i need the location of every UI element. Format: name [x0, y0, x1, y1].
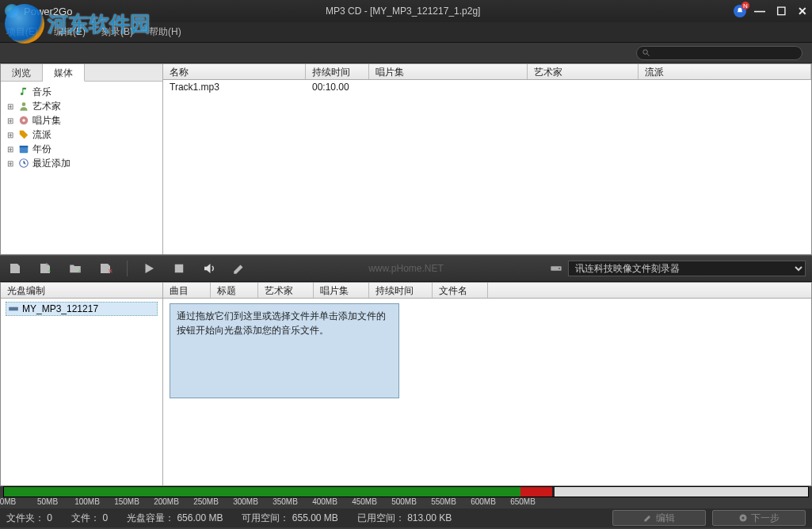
middle-toolbar: + + ✕ www.pHome.NET 讯连科技映像文件刻录器 — [0, 255, 812, 282]
disc-sidebar: 光盘编制 MY_MP3_121217 — [1, 283, 163, 485]
disc-icon — [18, 115, 29, 126]
scale-tick: 400MB — [312, 497, 337, 506]
remove-button[interactable]: ✕ — [97, 260, 114, 277]
drive-icon — [549, 261, 563, 276]
search-box[interactable] — [636, 46, 802, 60]
svg-text:+: + — [48, 268, 51, 275]
tree-year[interactable]: ⊞ 年份 — [6, 142, 158, 156]
folders-value: 0 — [47, 512, 52, 523]
tree-music[interactable]: 音乐 — [6, 85, 158, 99]
edit-button[interactable]: 编辑 — [612, 510, 706, 526]
col-genre[interactable]: 流派 — [639, 64, 811, 79]
menu-burn[interactable]: 刻录(B) — [101, 25, 133, 39]
svg-point-0 — [643, 50, 648, 55]
comp-col-artist[interactable]: 艺术家 — [258, 283, 314, 298]
files-label: 文件： — [71, 512, 100, 523]
tree-album-label: 唱片集 — [32, 114, 61, 127]
svg-text:✕: ✕ — [108, 268, 112, 275]
svg-line-1 — [647, 54, 650, 56]
used-value: 813.00 KB — [407, 512, 452, 523]
free-value: 655.00 MB — [292, 512, 338, 523]
menu-help[interactable]: 帮助(H) — [149, 25, 181, 39]
col-artist[interactable]: 艺术家 — [528, 64, 639, 79]
track-name: Track1.mp3 — [163, 82, 306, 93]
minimize-button[interactable]: — — [754, 5, 765, 17]
lower-pane: 光盘编制 MY_MP3_121217 曲目 标题 艺术家 唱片集 持续时间 文件… — [0, 282, 812, 486]
scale-tick: 550MB — [431, 497, 456, 506]
tree-artist-label: 艺术家 — [32, 100, 61, 113]
menu-edit[interactable]: 编辑(E) — [54, 25, 86, 39]
volume-button[interactable] — [200, 260, 218, 277]
capacity-scale: 0MB50MB100MB150MB200MB250MB300MB350MB400… — [0, 497, 812, 508]
music-note-icon — [18, 86, 29, 97]
drop-hint-box: 通过拖放它们到这里或选择文件并单击添加文件的按钮开始向光盘添加您的音乐文件。 — [170, 303, 399, 398]
svg-rect-14 — [9, 307, 18, 311]
maximize-button[interactable]: ☐ — [776, 5, 787, 17]
comp-col-filename[interactable]: 文件名 — [433, 283, 488, 298]
folders-label: 文件夹： — [6, 512, 44, 523]
comp-col-title[interactable]: 标题 — [211, 283, 258, 298]
search-input[interactable] — [654, 48, 797, 58]
tree-music-label: 音乐 — [32, 86, 51, 99]
comp-col-duration[interactable]: 持续时间 — [369, 283, 433, 298]
compilation-body[interactable]: 通过拖放它们到这里或选择文件并单击添加文件的按钮开始向光盘添加您的音乐文件。 — [163, 299, 811, 485]
used-label: 已用空间： — [357, 512, 405, 523]
tree-recent-label: 最近添加 — [32, 157, 71, 170]
scale-tick: 100MB — [74, 497, 100, 506]
svg-point-16 — [742, 517, 745, 519]
tree-album[interactable]: ⊞ 唱片集 — [6, 113, 158, 127]
stop-button[interactable] — [170, 260, 188, 277]
disc-project-item[interactable]: MY_MP3_121217 — [6, 302, 158, 316]
clock-icon — [18, 158, 29, 169]
col-name[interactable]: 名称 — [163, 64, 306, 79]
scale-tick: 350MB — [273, 497, 298, 506]
track-row[interactable]: Track1.mp3 00:10.00 — [163, 80, 811, 94]
play-button[interactable] — [140, 260, 158, 277]
comp-col-album[interactable]: 唱片集 — [314, 283, 369, 298]
menu-project[interactable]: 项目(E) — [6, 25, 38, 39]
app-name: Power2Go — [24, 6, 72, 17]
disc-project-label: MY_MP3_121217 — [22, 303, 98, 314]
compilation-columns: 曲目 标题 艺术家 唱片集 持续时间 文件名 — [163, 283, 811, 299]
track-columns: 名称 持续时间 唱片集 艺术家 流派 — [163, 64, 811, 80]
svg-point-13 — [558, 268, 560, 269]
capacity-used-segment — [4, 487, 520, 497]
watermark-url: www.pHome.NET — [368, 263, 444, 274]
pencil-icon — [643, 513, 653, 523]
add-folder-button[interactable]: + — [67, 260, 84, 277]
document-title: MP3 CD - [MY_MP3_121217_1.p2g] — [72, 6, 734, 17]
next-button[interactable]: 下一步 — [712, 510, 806, 526]
track-list[interactable]: Track1.mp3 00:10.00 — [163, 80, 811, 254]
svg-point-2 — [22, 102, 26, 106]
edit-tool-button[interactable] — [231, 260, 248, 277]
capacity-bar — [3, 486, 809, 497]
col-duration[interactable]: 持续时间 — [306, 64, 369, 79]
drive-select[interactable]: 讯连科技映像文件刻录器 — [568, 261, 806, 276]
scale-tick: 650MB — [510, 497, 536, 506]
status-bar: 文件夹： 0 文件： 0 光盘容量： 656.00 MB 可用空间： 655.0… — [0, 508, 812, 527]
app-icon — [5, 4, 19, 18]
new-project-button[interactable] — [6, 260, 24, 277]
track-duration: 00:10.00 — [306, 82, 369, 93]
comp-col-track[interactable]: 曲目 — [163, 283, 211, 298]
files-value: 0 — [102, 512, 108, 523]
calendar-icon — [18, 143, 29, 154]
scale-tick: 500MB — [391, 497, 417, 506]
tab-browse[interactable]: 浏览 — [1, 64, 43, 81]
capacity-value: 656.00 MB — [177, 512, 223, 523]
media-sidebar: 浏览 媒体 音乐 ⊞ 艺术家 ⊞ 唱片集 ⊞ 流派 — [1, 64, 163, 254]
tab-media[interactable]: 媒体 — [43, 64, 85, 82]
scale-tick: 150MB — [114, 497, 139, 506]
add-file-button[interactable]: + — [36, 260, 54, 277]
disc-header: 光盘编制 — [1, 283, 162, 299]
close-button[interactable]: ✕ — [798, 5, 807, 17]
menubar: 项目(E) 编辑(E) 刻录(B) 帮助(H) — [0, 22, 812, 43]
disc-project-icon — [8, 303, 19, 314]
tree-genre[interactable]: ⊞ 流派 — [6, 127, 158, 142]
tree-recent[interactable]: ⊞ 最近添加 — [6, 156, 158, 170]
tag-icon — [18, 129, 29, 140]
col-album[interactable]: 唱片集 — [369, 64, 528, 79]
tree-artist[interactable]: ⊞ 艺术家 — [6, 99, 158, 113]
track-list-pane: 名称 持续时间 唱片集 艺术家 流派 Track1.mp3 00:10.00 — [163, 64, 811, 254]
notification-bell-icon[interactable] — [734, 5, 746, 17]
